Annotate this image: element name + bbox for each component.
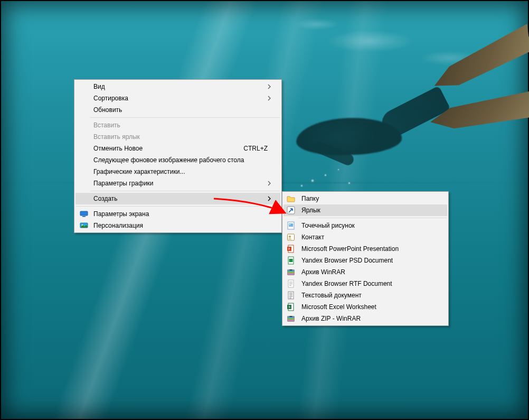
- menu-item-view[interactable]: Вид: [75, 81, 280, 92]
- bmp-file-icon: [287, 221, 295, 230]
- submenu-item-shortcut[interactable]: Ярлык: [284, 204, 447, 216]
- submenu-item-contact[interactable]: Контакт: [284, 231, 447, 243]
- excel-file-icon: X: [287, 303, 295, 311]
- svg-point-7: [289, 224, 290, 225]
- submenu-item-bmp[interactable]: Точечный рисунок: [284, 220, 447, 231]
- menu-item-label: Параметры графики: [93, 180, 154, 187]
- shortcut-icon: [287, 206, 295, 214]
- menu-separator: [76, 206, 280, 207]
- winrar-icon: [287, 268, 295, 276]
- submenu-item-txt[interactable]: Текстовый документ: [284, 290, 447, 301]
- menu-item-label: Yandex Browser PSD Document: [301, 257, 393, 264]
- svg-text:X: X: [288, 305, 291, 309]
- menu-item-graphics-options[interactable]: Параметры графики: [75, 178, 280, 189]
- folder-icon: [287, 194, 295, 203]
- contact-icon: [287, 233, 295, 241]
- menu-item-label: Персонализация: [93, 222, 143, 229]
- submenu-item-psd[interactable]: Yandex Browser PSD Document: [284, 255, 447, 266]
- menu-item-label: Microsoft PowerPoint Presentation: [301, 245, 399, 253]
- txt-file-icon: [287, 291, 295, 300]
- menu-item-label: Архив WinRAR: [301, 268, 345, 276]
- submenu-item-ppt[interactable]: P Microsoft PowerPoint Presentation: [284, 243, 447, 255]
- menu-item-next-wallpaper[interactable]: Следующее фоновое изображение рабочего с…: [75, 154, 280, 166]
- svg-rect-14: [289, 259, 293, 262]
- svg-point-9: [289, 236, 291, 238]
- menu-item-label: Создать: [93, 195, 118, 202]
- svg-rect-1: [82, 216, 86, 217]
- menu-separator: [90, 191, 280, 191]
- menu-item-label: Следующее фоновое изображение рабочего с…: [93, 156, 244, 164]
- svg-rect-0: [80, 211, 88, 216]
- svg-rect-6: [289, 223, 293, 227]
- svg-rect-17: [288, 272, 294, 273]
- menu-item-label: Обновить: [93, 106, 122, 114]
- menu-item-label: Вставить ярлык: [93, 133, 140, 141]
- svg-rect-33: [288, 318, 294, 320]
- submenu-item-rar[interactable]: Архив WinRAR: [284, 266, 447, 278]
- svg-rect-18: [288, 273, 294, 275]
- menu-item-display-settings[interactable]: Параметры экрана: [75, 208, 280, 220]
- powerpoint-file-icon: P: [287, 245, 295, 253]
- personalization-icon: [80, 221, 88, 230]
- menu-item-label: Отменить Новое: [93, 145, 143, 152]
- svg-rect-34: [288, 320, 294, 321]
- menu-separator: [298, 218, 447, 218]
- desktop-context-menu: Вид Сортировка Обновить Вставить Вставит…: [74, 79, 282, 233]
- menu-item-label: Архив ZIP - WinRAR: [301, 315, 361, 322]
- submenu-item-rtf[interactable]: Yandex Browser RTF Document: [284, 278, 447, 290]
- menu-item-graphics-props[interactable]: Графические характеристики...: [75, 166, 280, 178]
- menu-item-paste: Вставить: [75, 119, 280, 131]
- display-settings-icon: [80, 210, 88, 218]
- menu-item-paste-shortcut: Вставить ярлык: [75, 131, 280, 143]
- menu-item-label: Текстовый документ: [301, 292, 362, 299]
- menu-separator: [90, 117, 280, 118]
- rtf-file-icon: [287, 279, 295, 288]
- submenu-item-zip[interactable]: Архив ZIP - WinRAR: [284, 313, 447, 324]
- menu-item-refresh[interactable]: Обновить: [75, 104, 280, 116]
- svg-rect-8: [288, 234, 295, 240]
- menu-item-label: Точечный рисунок: [301, 222, 355, 229]
- menu-item-label: Ярлык: [301, 207, 320, 214]
- menu-item-label: Вид: [93, 83, 105, 90]
- menu-item-label: Графические характеристики...: [93, 168, 185, 175]
- menu-item-undo-new[interactable]: Отменить Новое CTRL+Z: [75, 143, 280, 154]
- menu-item-label: Параметры экрана: [93, 210, 149, 218]
- new-submenu: Папку Ярлык Точечный рисунок Контакт P M…: [282, 191, 449, 326]
- menu-item-label: Вставить: [93, 122, 120, 129]
- menu-item-shortcut: CTRL+Z: [243, 145, 268, 152]
- menu-item-label: Контакт: [301, 234, 324, 241]
- menu-item-personalize[interactable]: Персонализация: [75, 220, 280, 231]
- psd-file-icon: [287, 256, 295, 265]
- winrar-zip-icon: [287, 314, 295, 323]
- submenu-item-xlsx[interactable]: X Microsoft Excel Worksheet: [284, 301, 447, 313]
- submenu-item-folder[interactable]: Папку: [284, 193, 447, 204]
- menu-item-label: Yandex Browser RTF Document: [301, 280, 392, 287]
- menu-item-label: Папку: [301, 195, 319, 202]
- menu-item-label: Microsoft Excel Worksheet: [301, 303, 376, 311]
- menu-item-label: Сортировка: [93, 95, 128, 102]
- menu-item-sort[interactable]: Сортировка: [75, 92, 280, 104]
- menu-item-new[interactable]: Создать: [75, 193, 280, 204]
